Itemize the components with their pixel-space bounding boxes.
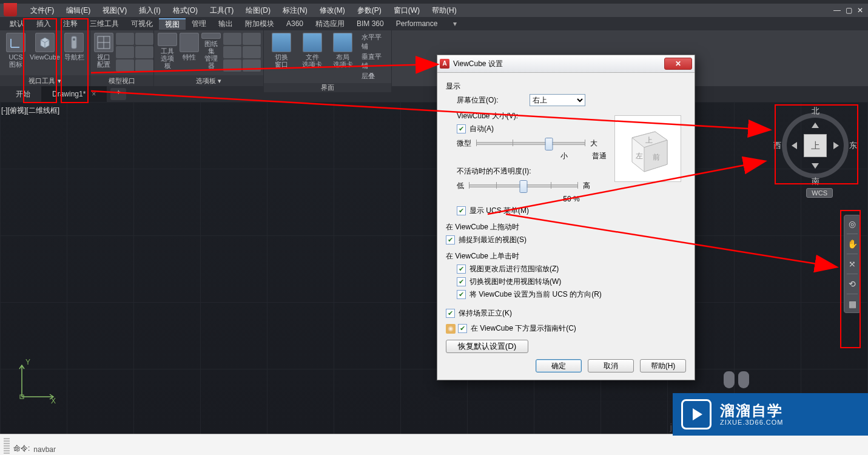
keep-upright-checkbox[interactable] bbox=[446, 309, 455, 318]
menu-file[interactable]: 文件(F) bbox=[24, 5, 60, 16]
show-compass-checkbox[interactable] bbox=[458, 324, 467, 333]
menu-format[interactable]: 格式(O) bbox=[167, 5, 204, 16]
wcs-badge[interactable]: WCS bbox=[806, 188, 833, 198]
opacity-slider[interactable] bbox=[469, 179, 578, 192]
ribbon-tab-a360[interactable]: A360 bbox=[280, 19, 309, 28]
viewport-config-button[interactable]: 视口配置 bbox=[94, 33, 113, 69]
viewcube-arrow-right-icon[interactable] bbox=[833, 142, 839, 149]
ribbon-tab-featured[interactable]: 精选应用 bbox=[309, 19, 351, 29]
properties-button[interactable]: 特性 bbox=[180, 33, 199, 69]
ribbon-tab-bar[interactable]: 默认 插入 注释 三维工具 可视化 视图 管理 输出 附加模块 A360 精选应… bbox=[0, 17, 868, 30]
win-min-icon[interactable]: — bbox=[831, 6, 843, 15]
app-logo[interactable] bbox=[4, 3, 17, 16]
layout-tabs-button[interactable]: 布局选项卡 bbox=[329, 33, 357, 69]
menu-view[interactable]: 视图(V) bbox=[96, 5, 133, 16]
viewcube-compass-w: 西 bbox=[773, 140, 781, 151]
ribbon-tab-3dtools[interactable]: 三维工具 bbox=[84, 19, 125, 29]
viewcube-arrow-down-icon[interactable] bbox=[812, 163, 819, 169]
menu-draw[interactable]: 绘图(D) bbox=[240, 5, 277, 16]
menu-edit[interactable]: 编辑(E) bbox=[60, 5, 96, 16]
showmotion-icon[interactable]: ▦ bbox=[846, 298, 858, 310]
panel-label-viewport-tools[interactable]: 视口工具 ▾ bbox=[0, 75, 90, 86]
menu-bar[interactable]: 文件(F) 编辑(E) 视图(V) 插入(I) 格式(O) 工具(T) 绘图(D… bbox=[0, 4, 868, 17]
menu-window[interactable]: 窗口(W) bbox=[388, 5, 426, 16]
ribbon-tab-insert[interactable]: 插入 bbox=[30, 19, 57, 29]
screenpos-select[interactable]: 右上 bbox=[530, 94, 585, 106]
switch-window-button[interactable]: 切换窗口 bbox=[267, 33, 295, 69]
restore-defaults-button[interactable]: 恢复默认设置(D) bbox=[446, 340, 528, 353]
file-tabs-button[interactable]: 文件选项卡 bbox=[298, 33, 326, 69]
menu-annotate[interactable]: 标注(N) bbox=[277, 5, 314, 16]
viewcube-preview: 上 左 前 bbox=[614, 115, 681, 182]
ribbon-tab-view[interactable]: 视图 bbox=[159, 18, 186, 30]
viewcube-arrow-up-icon[interactable] bbox=[812, 123, 819, 128]
sheetset-button[interactable]: 图纸集管理器 bbox=[201, 33, 221, 69]
pan-icon[interactable]: ✋ bbox=[846, 238, 858, 250]
viewport-presets-icon[interactable] bbox=[116, 33, 153, 72]
menu-tools[interactable]: 工具(T) bbox=[204, 5, 240, 16]
ribbon-tab-addons[interactable]: 附加模块 bbox=[239, 19, 280, 29]
viewcube-top-face[interactable]: 上 bbox=[804, 134, 827, 157]
opacity-label: 不活动时的不透明度(I): bbox=[457, 166, 531, 177]
close-icon[interactable]: × bbox=[92, 90, 96, 98]
ribbon-tab-default[interactable]: 默认 bbox=[4, 19, 30, 29]
ribbon-tab-bim360[interactable]: BIM 360 bbox=[351, 19, 390, 28]
ribbon-tab-output[interactable]: 输出 bbox=[212, 19, 239, 29]
snap-checkbox[interactable] bbox=[446, 235, 455, 244]
window-controls: — ▢ ✕ bbox=[831, 6, 866, 15]
help-button[interactable]: 帮助(H) bbox=[640, 359, 686, 372]
tab-start[interactable]: 开始 bbox=[5, 86, 41, 102]
menu-insert[interactable]: 插入(I) bbox=[133, 5, 166, 16]
ribbon-tab-annotate[interactable]: 注释 bbox=[57, 19, 84, 29]
viewport-label[interactable]: [-][俯视][二维线框] bbox=[1, 106, 59, 116]
tab-drawing1[interactable]: Drawing1*× bbox=[41, 86, 107, 102]
cancel-button[interactable]: 取消 bbox=[588, 359, 634, 372]
cursor-footprint-icon bbox=[724, 371, 749, 388]
navbar-button[interactable]: 导航栏 bbox=[62, 33, 86, 69]
ucs-icon-button[interactable]: UCS图标 bbox=[4, 33, 28, 69]
ribbon-tab-viz[interactable]: 可视化 bbox=[125, 19, 159, 29]
dialog-titlebar[interactable]: ViewCube 设置 ✕ bbox=[437, 55, 695, 73]
screenpos-label: 屏幕位置(O): bbox=[457, 95, 530, 106]
menu-help[interactable]: 帮助(H) bbox=[426, 5, 463, 16]
viewcube-arrow-left-icon[interactable] bbox=[792, 142, 797, 149]
win-restore-icon[interactable]: ▢ bbox=[843, 6, 855, 15]
tile-horizontal[interactable]: 水平平铺 bbox=[362, 33, 388, 51]
command-text[interactable]: navbar bbox=[33, 445, 56, 454]
steering-wheel-icon[interactable]: ◎ bbox=[846, 218, 858, 230]
panel-label-palettes[interactable]: 选项板 ▾ bbox=[154, 75, 263, 86]
zoom-extents-icon[interactable]: ⤧ bbox=[846, 258, 858, 270]
panel-label-model-viewport: 模型视口 bbox=[90, 75, 153, 86]
tool-palettes-button[interactable]: 工具选项板 bbox=[158, 33, 177, 69]
set-ucs-checkbox[interactable] bbox=[457, 290, 466, 299]
auto-size-checkbox[interactable] bbox=[457, 124, 466, 133]
section-drag: 在 ViewCube 上拖动时 bbox=[446, 222, 686, 232]
size-slider[interactable] bbox=[476, 136, 585, 150]
zoom-extents-checkbox[interactable] bbox=[457, 265, 466, 274]
dialog-close-button[interactable]: ✕ bbox=[664, 58, 692, 70]
opacity-low-label: 低 bbox=[457, 181, 464, 191]
win-close-icon[interactable]: ✕ bbox=[855, 6, 866, 15]
ribbon-tab-manage[interactable]: 管理 bbox=[186, 19, 212, 29]
ribbon-tab-perf[interactable]: Performance bbox=[390, 19, 444, 28]
document-tabs[interactable]: 开始 Drawing1*× + bbox=[0, 86, 868, 102]
auto-size-label: 自动(A) bbox=[469, 124, 494, 134]
viewcube-button[interactable]: ViewCube bbox=[30, 33, 59, 69]
ok-button[interactable]: 确定 bbox=[536, 359, 582, 372]
tile-cascade[interactable]: 层叠 bbox=[362, 72, 388, 81]
navigation-bar[interactable]: ◎ ✋ ⤧ ⟲ ▦ bbox=[844, 215, 861, 313]
tile-vertical[interactable]: 垂直平铺 bbox=[362, 52, 388, 70]
viewcube-widget[interactable]: 上 北 南 西 东 bbox=[776, 107, 855, 184]
tutorial-watermark: 溜溜自学ZIXUE.3D66.COM bbox=[673, 393, 868, 436]
autocad-icon bbox=[440, 59, 449, 69]
command-line[interactable]: 命令: navbar bbox=[0, 434, 868, 455]
ribbon-more-icon[interactable]: ▾ bbox=[447, 19, 463, 28]
menu-params[interactable]: 参数(P) bbox=[351, 5, 388, 16]
menu-modify[interactable]: 修改(M) bbox=[314, 5, 351, 16]
add-tab-button[interactable]: + bbox=[110, 88, 126, 100]
orbit-icon[interactable]: ⟲ bbox=[846, 278, 858, 290]
show-ucs-menu-checkbox[interactable] bbox=[457, 206, 466, 215]
transitions-checkbox[interactable] bbox=[457, 277, 466, 286]
cmd-grip-icon[interactable] bbox=[4, 438, 10, 454]
palette-presets-icon[interactable] bbox=[223, 33, 261, 72]
